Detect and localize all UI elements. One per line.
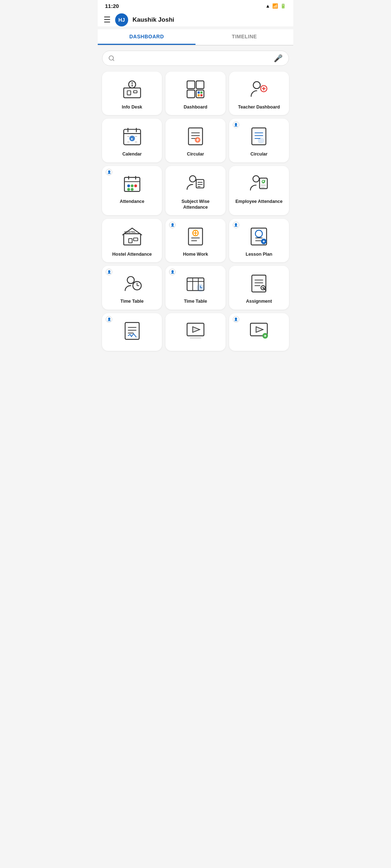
svg-text:●: ● [131, 137, 133, 141]
item-16-icon [121, 320, 143, 342]
svg-point-49 [134, 184, 137, 187]
tab-timeline[interactable]: TIMELINE [196, 29, 293, 45]
card-circular-1[interactable]: Circular [165, 119, 225, 162]
svg-rect-3 [127, 91, 131, 95]
info-desk-icon [121, 78, 143, 101]
time-table-2-badge: 👤 [169, 269, 176, 275]
svg-point-57 [253, 175, 259, 182]
tab-dashboard[interactable]: DASHBOARD [98, 29, 196, 45]
signal-icon: 📶 [272, 3, 278, 9]
info-desk-label: Info Desk [122, 104, 142, 110]
svg-rect-12 [196, 90, 204, 98]
card-home-work[interactable]: 👤 Home Work [165, 219, 225, 262]
svg-rect-11 [187, 90, 195, 98]
svg-rect-63 [129, 239, 132, 243]
search-input[interactable] [118, 55, 270, 61]
subject-wise-attendance-label: Subject Wise Attendance [169, 199, 222, 210]
tab-bar: DASHBOARD TIMELINE [98, 29, 293, 46]
svg-rect-64 [134, 238, 138, 241]
item-17-icon [184, 320, 207, 342]
search-bar: 🎤 [102, 51, 289, 66]
teacher-dashboard-icon [248, 78, 270, 101]
wifi-icon: ▲ [265, 3, 270, 9]
home-work-label: Home Work [183, 251, 208, 257]
svg-rect-14 [201, 92, 203, 94]
card-dashboard[interactable]: Dashboard [165, 72, 225, 115]
cards-grid: Info Desk Dashboard [98, 69, 293, 358]
card-hostel-attendance[interactable]: HOSTEL Hostel Attendance [102, 219, 162, 262]
home-work-icon [184, 225, 207, 248]
employee-attendance-icon [248, 173, 270, 195]
svg-point-51 [131, 188, 134, 191]
card-item-17[interactable] [165, 313, 225, 351]
status-bar: 11:20 ▲ 📶 🔋 [98, 0, 293, 10]
dashboard-icon [184, 78, 207, 101]
card-employee-attendance[interactable]: Employee Attendance [229, 166, 289, 216]
svg-point-17 [253, 82, 260, 89]
svg-point-6 [131, 82, 133, 84]
svg-rect-10 [196, 81, 204, 89]
lesson-plan-label: Lesson Plan [246, 251, 273, 257]
card-attendance[interactable]: 👤 Attendance [102, 166, 162, 216]
hostel-attendance-icon: HOSTEL [121, 225, 143, 248]
time-table-1-label: Time Table [121, 298, 144, 304]
card-item-18[interactable]: 👤 [229, 313, 289, 351]
circular-2-label: Circular [251, 151, 268, 157]
svg-rect-16 [201, 94, 203, 97]
circular-2-icon [248, 125, 270, 148]
battery-icon: 🔋 [280, 3, 286, 9]
card-teacher-dashboard[interactable]: Teacher Dashboard [229, 72, 289, 115]
svg-point-48 [131, 184, 134, 187]
subject-wise-attendance-icon [184, 173, 207, 195]
card-info-desk[interactable]: Info Desk [102, 72, 162, 115]
calendar-icon: ● [121, 125, 143, 148]
svg-point-42 [258, 138, 264, 144]
attendance-label: Attendance [120, 199, 144, 204]
svg-text:HOSTEL: HOSTEL [124, 230, 136, 234]
time-table-2-icon [184, 272, 207, 295]
svg-point-50 [127, 188, 130, 191]
svg-line-1 [113, 59, 114, 60]
dashboard-label: Dashboard [184, 104, 207, 110]
time-table-1-icon [121, 272, 143, 295]
time-table-2-label: Time Table [184, 298, 207, 304]
top-nav: ☰ HJ Kaushik Joshi [98, 10, 293, 26]
assignment-icon [248, 272, 270, 295]
circular-2-badge: 👤 [233, 122, 239, 128]
svg-rect-2 [123, 88, 140, 98]
card-subject-wise-attendance[interactable]: Subject Wise Attendance [165, 166, 225, 216]
card-calendar[interactable]: ● Calendar [102, 119, 162, 162]
attendance-badge: 👤 [106, 169, 112, 175]
item-18-icon [248, 320, 270, 342]
employee-attendance-label: Employee Attendance [235, 199, 282, 204]
svg-point-52 [190, 175, 196, 182]
svg-rect-13 [198, 92, 200, 94]
card-assignment[interactable]: Assignment [229, 266, 289, 309]
attendance-icon [121, 173, 143, 195]
teacher-dashboard-label: Teacher Dashboard [238, 104, 280, 110]
home-work-badge: 👤 [169, 222, 176, 228]
card-circular-2[interactable]: 👤 Circular [229, 119, 289, 162]
search-icon [108, 55, 115, 61]
svg-marker-103 [193, 327, 199, 332]
card-time-table-2[interactable]: 👤 Time Table [165, 266, 225, 309]
card-lesson-plan[interactable]: 👤 Lesson Plan [229, 219, 289, 262]
mic-icon[interactable]: 🎤 [274, 54, 283, 63]
circular-1-icon [184, 125, 207, 148]
item-18-badge: 👤 [233, 316, 239, 323]
svg-point-79 [127, 277, 134, 284]
user-name: Kaushik Joshi [133, 16, 174, 24]
card-item-16[interactable]: 👤 [102, 313, 162, 351]
calendar-label: Calendar [122, 151, 142, 157]
assignment-label: Assignment [246, 298, 272, 304]
lesson-plan-badge: 👤 [233, 222, 239, 228]
svg-point-73 [256, 230, 262, 237]
svg-point-47 [127, 184, 130, 187]
circular-1-label: Circular [187, 151, 204, 157]
hostel-attendance-label: Hostel Attendance [112, 251, 152, 257]
hamburger-icon[interactable]: ☰ [104, 15, 111, 25]
card-time-table-1[interactable]: 👤 Time Table [102, 266, 162, 309]
svg-marker-106 [256, 327, 263, 332]
svg-rect-31 [189, 128, 203, 145]
svg-rect-9 [187, 81, 195, 89]
